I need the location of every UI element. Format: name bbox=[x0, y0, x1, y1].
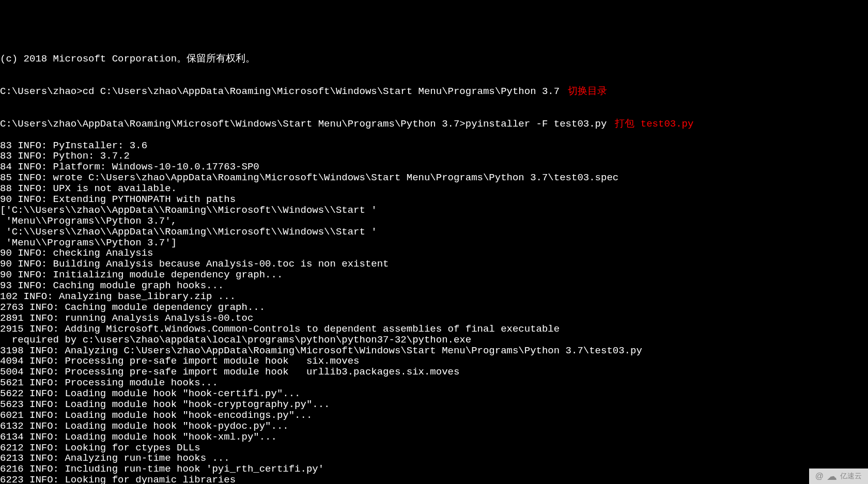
output-line: 6212 INFO: Looking for ctypes DLLs bbox=[0, 443, 868, 454]
output-line: 6216 INFO: Including run-time hook 'pyi_… bbox=[0, 464, 868, 475]
output-line: 83 INFO: Python: 3.7.2 bbox=[0, 151, 868, 162]
output-line: 2763 INFO: Caching module dependency gra… bbox=[0, 302, 868, 313]
output-line: required by c:\users\zhao\appdata\local\… bbox=[0, 335, 868, 346]
output-line: 102 INFO: Analyzing base_library.zip ... bbox=[0, 291, 868, 302]
output-line: 2915 INFO: Adding Microsoft.Windows.Comm… bbox=[0, 324, 868, 335]
output-line: 6021 INFO: Loading module hook "hook-enc… bbox=[0, 410, 868, 421]
at-icon: @ bbox=[815, 472, 824, 481]
pyinstaller-annotation: 打包 test03.py bbox=[615, 118, 693, 130]
watermark-text: 亿速云 bbox=[840, 472, 862, 480]
output-line: 5622 INFO: Loading module hook "hook-cer… bbox=[0, 388, 868, 399]
output-line: 'Menu\\Programs\\Python 3.7'] bbox=[0, 238, 868, 248]
output-line: 88 INFO: UPX is not available. bbox=[0, 183, 868, 194]
output-line: 90 INFO: Initializing module dependency … bbox=[0, 270, 868, 280]
output-line: 90 INFO: Building Analysis because Analy… bbox=[0, 259, 868, 270]
output-line: 6132 INFO: Loading module hook "hook-pyd… bbox=[0, 421, 868, 432]
output-line: 6213 INFO: Analyzing run-time hooks ... bbox=[0, 453, 868, 464]
output-lines-container: 83 INFO: PyInstaller: 3.683 INFO: Python… bbox=[0, 140, 868, 484]
output-line: 83 INFO: PyInstaller: 3.6 bbox=[0, 140, 868, 151]
pyinstaller-command-text: C:\Users\zhao\AppData\Roaming\Microsoft\… bbox=[0, 118, 607, 130]
pyinstaller-command-line: C:\Users\zhao\AppData\Roaming\Microsoft\… bbox=[0, 119, 868, 130]
terminal-output[interactable]: (c) 2018 Microsoft Corporation。保留所有权利。 C… bbox=[0, 43, 868, 484]
output-line: 85 INFO: wrote C:\Users\zhao\AppData\Roa… bbox=[0, 173, 868, 183]
output-line: 2891 INFO: running Analysis Analysis-00.… bbox=[0, 313, 868, 324]
output-line: 6223 INFO: Looking for dynamic libraries bbox=[0, 475, 868, 484]
output-line: 90 INFO: checking Analysis bbox=[0, 248, 868, 259]
output-line: ['C:\\Users\\zhao\\AppData\\Roaming\\Mic… bbox=[0, 205, 868, 216]
output-line: 5004 INFO: Processing pre-safe import mo… bbox=[0, 367, 868, 378]
output-line: 84 INFO: Platform: Windows-10-10.0.17763… bbox=[0, 162, 868, 173]
output-line: 3198 INFO: Analyzing C:\Users\zhao\AppDa… bbox=[0, 346, 868, 356]
output-line: 4094 INFO: Processing pre-safe import mo… bbox=[0, 356, 868, 367]
cd-annotation: 切换目录 bbox=[568, 86, 607, 97]
cloud-icon: ☁ bbox=[827, 471, 837, 482]
output-line: 6134 INFO: Loading module hook "hook-xml… bbox=[0, 432, 868, 443]
output-line: 5623 INFO: Loading module hook "hook-cry… bbox=[0, 399, 868, 410]
cd-command-line: C:\Users\zhao>cd C:\Users\zhao\AppData\R… bbox=[0, 86, 868, 97]
output-line: 5621 INFO: Processing module hooks... bbox=[0, 378, 868, 388]
copyright-line: (c) 2018 Microsoft Corporation。保留所有权利。 bbox=[0, 54, 868, 65]
output-line: 93 INFO: Caching module graph hooks... bbox=[0, 280, 868, 291]
output-line: 'Menu\\Programs\\Python 3.7', bbox=[0, 216, 868, 227]
cd-command-text: C:\Users\zhao>cd C:\Users\zhao\AppData\R… bbox=[0, 86, 560, 97]
output-line: 'C:\\Users\\zhao\\AppData\\Roaming\\Micr… bbox=[0, 227, 868, 238]
watermark: @ ☁ 亿速云 bbox=[809, 469, 868, 484]
output-line: 90 INFO: Extending PYTHONPATH with paths bbox=[0, 194, 868, 205]
